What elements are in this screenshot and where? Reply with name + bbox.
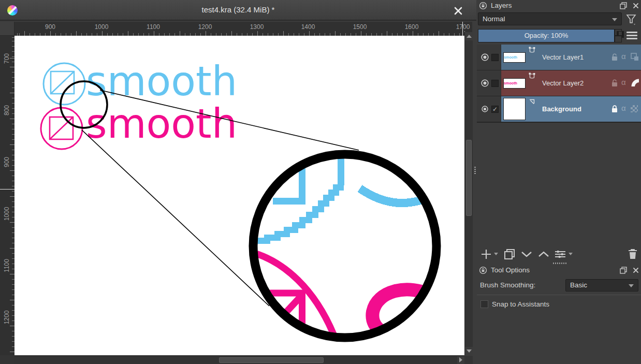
hruler-label: 1100 (143, 23, 164, 31)
layer-thumbnail[interactable] (503, 98, 526, 120)
horizontal-ruler: 900 1000 1100 1200 1300 1400 1500 1600 1… (14, 22, 472, 36)
layer-row-vector-layer2[interactable]: smooth Vector Layer2 α (477, 70, 641, 96)
brush-smoothing-dropdown[interactable]: Basic (565, 279, 638, 292)
horizontal-scroll-thumb[interactable] (219, 357, 324, 363)
duplicate-layer-button[interactable] (504, 249, 515, 260)
check-icon: ✓ (492, 106, 498, 113)
lock-icon[interactable] (610, 105, 619, 113)
layer-toolbar (477, 247, 641, 261)
layer-name: Vector Layer1 (542, 45, 584, 70)
krita-window: test4.kra (32.4 MiB) * 900 1000 1100 120… (0, 0, 641, 364)
hruler-major-ticks (14, 31, 472, 36)
alpha-lock-icon[interactable]: α (621, 52, 626, 61)
word-smooth-pink: smooth (86, 100, 237, 147)
blend-mode-dropdown[interactable]: Normal (478, 12, 622, 25)
thumbnail-preview-text: smooth (504, 54, 521, 61)
tool-options-divider (477, 295, 641, 295)
alpha-channel-icon[interactable] (631, 105, 638, 112)
horizontal-scrollbar[interactable] (4, 356, 464, 364)
float-docker-icon[interactable] (620, 2, 627, 9)
document-titlebar[interactable]: test4.kra (32.4 MiB) * (0, 0, 476, 21)
float-docker-icon[interactable] (620, 267, 627, 274)
move-layer-up-button[interactable] (537, 249, 550, 260)
lock-icon[interactable] (610, 79, 619, 88)
opacity-spinner[interactable] (615, 29, 622, 42)
close-icon (453, 5, 464, 17)
layer-row-gutter: ✓ (477, 96, 501, 122)
close-docker-icon[interactable] (632, 2, 639, 9)
spin-up-button[interactable] (615, 29, 622, 36)
move-layer-down-button[interactable] (520, 249, 533, 260)
layers-docker-header[interactable]: Layers (477, 1, 641, 11)
docker-lock-icon[interactable] (479, 2, 487, 10)
layer-select-checkbox[interactable] (491, 80, 499, 87)
layer-filter-button[interactable] (625, 13, 637, 26)
layer-thumbnail[interactable]: smooth (503, 78, 526, 89)
layer-row-gutter (477, 45, 501, 70)
scroll-down-button[interactable] (465, 347, 473, 355)
properties-dropdown-arrow[interactable] (569, 253, 573, 255)
close-docker-icon[interactable] (632, 267, 639, 274)
arrow-up-icon (467, 35, 472, 38)
layer-row-vector-layer1[interactable]: smooth Vector Layer1 α (477, 45, 641, 70)
word-smooth-blue: smooth (86, 58, 237, 105)
visibility-eye-icon[interactable] (480, 53, 489, 61)
layer-properties-button[interactable] (554, 249, 566, 260)
scroll-up-button[interactable] (465, 32, 473, 40)
ruler-scrollbar-corner (0, 355, 14, 364)
canvas-viewport[interactable]: smooth smooth (14, 36, 464, 355)
lock-icon[interactable] (610, 53, 619, 62)
layer-select-checkbox[interactable] (491, 54, 499, 61)
add-layer-dropdown-arrow[interactable] (494, 253, 498, 255)
hruler-label: 900 (40, 23, 61, 31)
arrow-down-icon (467, 350, 472, 353)
layer-name: Vector Layer2 (542, 70, 584, 96)
alpha-lock-icon[interactable]: α (621, 78, 626, 86)
layer-thumbnail[interactable]: smooth (503, 52, 526, 63)
visibility-eye-icon[interactable] (480, 79, 489, 87)
brush-smoothing-label: Brush Smoothing: (480, 281, 535, 289)
alpha-lock-icon[interactable]: α (621, 104, 626, 112)
vertical-ruler: 700 800 900 1000 1100 1200 (0, 36, 14, 355)
add-layer-button[interactable] (480, 249, 492, 260)
thumbnail-preview-text: smooth (504, 80, 521, 87)
opacity-slider[interactable]: Opacity: 100% (478, 29, 615, 42)
snap-to-assistants-label: Snap to Assistants (492, 300, 549, 308)
vertical-scroll-thumb[interactable] (466, 140, 472, 216)
vector-layer-badge-icon (529, 72, 535, 79)
vruler-label: 900 (3, 152, 10, 172)
panel-splitter-handle[interactable] (474, 167, 476, 174)
paint-layer-badge-icon (529, 98, 535, 105)
layer-row-background[interactable]: ✓ Background α (477, 96, 641, 122)
tool-options-docker-header[interactable]: Tool Options (477, 265, 641, 276)
inherit-alpha-icon[interactable] (631, 53, 639, 61)
magnifier-lens (252, 151, 436, 338)
docker-splitter-handle[interactable] (553, 263, 566, 264)
scrollbar-corner (464, 356, 473, 364)
hruler-label: 1500 (349, 23, 370, 31)
layer-row-gutter (477, 70, 501, 96)
delete-layer-button[interactable] (628, 248, 638, 260)
opacity-value: Opacity: 100% (525, 32, 569, 39)
vector-layer-badge-icon (529, 47, 535, 53)
scroll-right-button[interactable] (457, 356, 464, 364)
vruler-major-ticks (10, 36, 14, 355)
layer-list: smooth Vector Layer1 α (477, 45, 641, 123)
antialias-quarter-icon[interactable] (631, 78, 639, 87)
docker-lock-icon[interactable] (479, 266, 487, 274)
vruler-label: 1100 (3, 255, 10, 276)
docker-panel: Layers Normal Opacity: 100% (477, 0, 641, 364)
chevron-down-icon (612, 18, 617, 21)
arrow-right-icon (459, 357, 462, 362)
layer-select-checkbox[interactable]: ✓ (491, 106, 499, 113)
canvas-artwork: smooth smooth (14, 36, 464, 355)
document-title: test4.kra (32.4 MiB) * (0, 5, 476, 14)
spin-down-button[interactable] (615, 36, 622, 42)
vruler-label: 700 (3, 48, 10, 69)
layers-menu-button[interactable] (627, 29, 637, 42)
vertical-scrollbar[interactable] (464, 32, 473, 355)
close-document-button[interactable] (453, 5, 464, 17)
visibility-eye-icon[interactable] (481, 106, 489, 112)
snap-to-assistants-checkbox[interactable] (480, 300, 488, 308)
blue-circle-square-shape (43, 63, 85, 105)
